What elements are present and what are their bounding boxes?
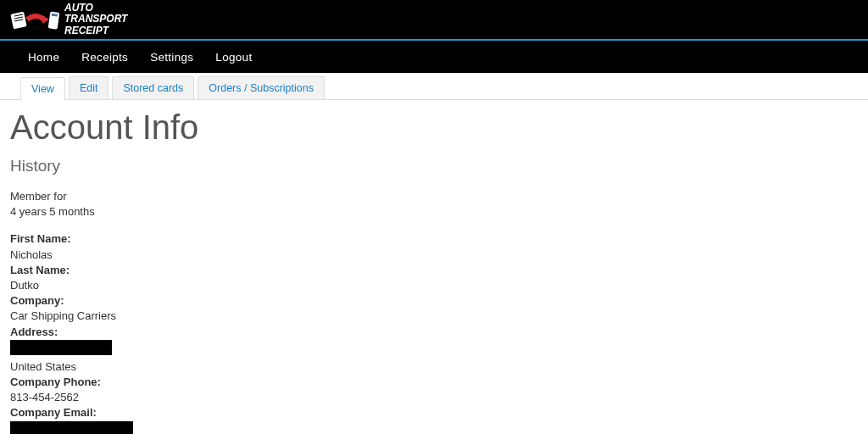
- address-redacted: [10, 340, 112, 355]
- svg-marker-4: [42, 15, 49, 24]
- first-name-label: First Name:: [10, 231, 858, 247]
- logo-icon: [10, 8, 61, 31]
- first-name-value: Nicholas: [10, 248, 858, 263]
- member-for-value: 4 years 5 months: [10, 204, 858, 220]
- country-value: United States: [10, 359, 858, 375]
- company-phone-value: 813-454-2562: [10, 390, 858, 405]
- tab-view[interactable]: View: [20, 77, 65, 101]
- tab-stored-cards[interactable]: Stored cards: [112, 76, 194, 99]
- company-phone-label: Company Phone:: [10, 375, 858, 390]
- header-bar: AUTO TRANSPORT RECEIPT: [0, 0, 868, 41]
- nav-home[interactable]: Home: [17, 51, 70, 64]
- company-value: Car Shipping Carriers: [10, 309, 858, 324]
- nav-settings[interactable]: Settings: [139, 51, 204, 64]
- main-nav: Home Receipts Settings Logout: [0, 41, 868, 73]
- last-name-label: Last Name:: [10, 263, 858, 278]
- company-email-redacted: [10, 421, 133, 434]
- page-title: Account Info: [10, 108, 858, 147]
- tab-orders[interactable]: Orders / Subscriptions: [198, 76, 325, 99]
- last-name-value: Dutko: [10, 278, 858, 293]
- address-label: Address:: [10, 325, 858, 340]
- account-details: Member for 4 years 5 months First Name: …: [10, 189, 858, 434]
- logo-text: AUTO TRANSPORT RECEIPT: [64, 3, 127, 36]
- section-title: History: [10, 157, 858, 175]
- tab-edit[interactable]: Edit: [69, 76, 109, 99]
- tabs: View Edit Stored cards Orders / Subscrip…: [0, 73, 868, 100]
- company-email-label: Company Email:: [10, 405, 858, 420]
- logo-line-3: RECEIPT: [64, 25, 127, 36]
- member-for-label: Member for: [10, 189, 858, 204]
- nav-logout[interactable]: Logout: [204, 51, 263, 64]
- logo-line-2: TRANSPORT: [64, 14, 127, 25]
- nav-receipts[interactable]: Receipts: [70, 51, 139, 64]
- company-label: Company:: [10, 293, 858, 309]
- logo[interactable]: AUTO TRANSPORT RECEIPT: [10, 3, 127, 36]
- content: Account Info History Member for 4 years …: [0, 100, 868, 434]
